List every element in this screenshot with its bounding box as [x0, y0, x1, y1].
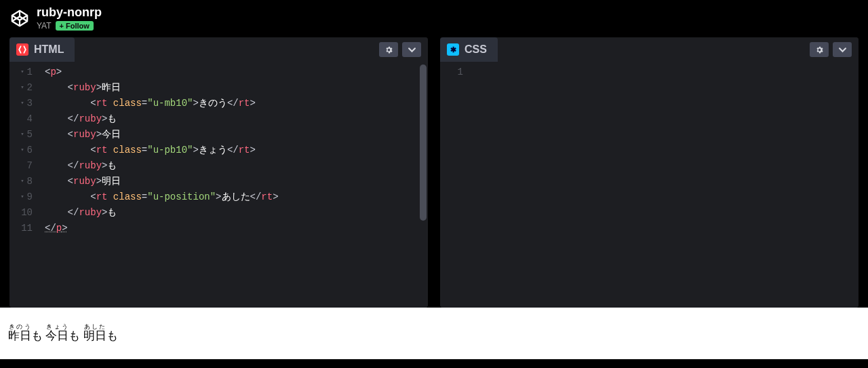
css-settings-button[interactable]	[810, 42, 829, 57]
html-panel: HTML ▾1▾2▾34▾5▾67▾8▾91011 <p> <ruby>昨日 <…	[9, 37, 428, 308]
css-lang-icon: ✱	[447, 43, 459, 56]
html-panel-header: HTML	[9, 37, 428, 62]
html-tab[interactable]: HTML	[9, 37, 75, 62]
codepen-logo-icon[interactable]	[9, 8, 30, 29]
html-panel-title: HTML	[34, 43, 64, 56]
follow-label: Follow	[66, 22, 90, 30]
css-panel-header: ✱ CSS	[440, 37, 859, 62]
html-lang-icon	[16, 43, 28, 56]
css-code[interactable]	[475, 65, 859, 80]
result-preview: 昨日きのうも 今日きょうも 明日あしたも	[0, 308, 868, 359]
css-tab[interactable]: ✱ CSS	[440, 37, 498, 62]
css-dropdown-button[interactable]	[833, 42, 852, 57]
css-editor[interactable]: 1	[440, 62, 859, 308]
plus-icon: +	[60, 22, 64, 30]
html-code[interactable]: <p> <ruby>昨日 <rt class="u-mb10">きのう</rt>…	[45, 65, 428, 236]
html-settings-button[interactable]	[379, 42, 398, 57]
css-panel: ✱ CSS 1	[440, 37, 859, 308]
pen-title[interactable]: ruby-nonrp	[37, 5, 102, 20]
pen-header: ruby-nonrp YAT + Follow	[0, 0, 868, 37]
html-editor[interactable]: ▾1▾2▾34▾5▾67▾8▾91011 <p> <ruby>昨日 <rt cl…	[9, 62, 428, 308]
css-gutter: 1	[440, 62, 470, 308]
editors-row: HTML ▾1▾2▾34▾5▾67▾8▾91011 <p> <ruby>昨日 <…	[0, 37, 868, 308]
follow-button[interactable]: + Follow	[56, 21, 94, 31]
html-gutter: ▾1▾2▾34▾5▾67▾8▾91011	[9, 62, 39, 308]
css-panel-title: CSS	[465, 43, 487, 56]
result-paragraph: 昨日きのうも 今日きょうも 明日あしたも	[8, 323, 118, 344]
author-link[interactable]: YAT	[37, 21, 52, 31]
scrollbar-thumb[interactable]	[420, 65, 427, 221]
html-dropdown-button[interactable]	[402, 42, 421, 57]
